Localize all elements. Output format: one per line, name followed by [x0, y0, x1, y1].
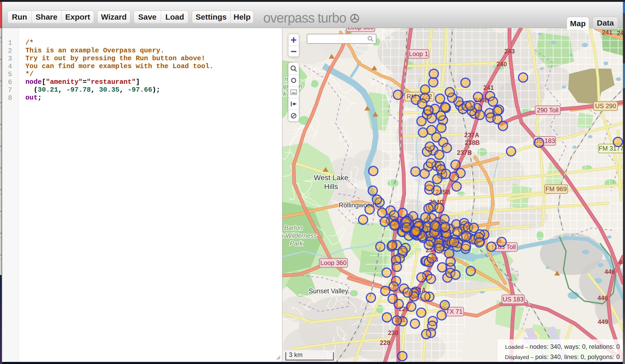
- svg-text:Sunset Valley: Sunset Valley: [309, 287, 348, 295]
- svg-text:TX 71: TX 71: [446, 308, 463, 315]
- svg-text:ek Wilderness: ek Wilderness: [282, 232, 317, 239]
- svg-text:Park: Park: [290, 240, 303, 247]
- svg-text:446: 446: [605, 268, 615, 275]
- svg-text:US 183: US 183: [503, 296, 524, 303]
- svg-text:449: 449: [598, 318, 608, 325]
- svg-text:238B: 238B: [465, 139, 480, 146]
- svg-text:Loop 360: Loop 360: [320, 259, 347, 266]
- svg-text:Hills: Hills: [324, 183, 338, 191]
- svg-text:Loop 1: Loop 1: [409, 50, 428, 57]
- svg-text:West Lake: West Lake: [314, 174, 348, 182]
- svg-text:290 Toll: 290 Toll: [537, 107, 558, 114]
- svg-text:241: 241: [617, 29, 623, 36]
- svg-text:237B: 237B: [457, 149, 472, 156]
- svg-text:Barton: Barton: [284, 224, 303, 231]
- svg-text:Loop 360: Loop 360: [348, 28, 374, 31]
- svg-text:240: 240: [496, 60, 507, 68]
- svg-text:241: 241: [483, 84, 494, 91]
- svg-text:228: 228: [380, 339, 390, 346]
- svg-text:k: k: [283, 90, 287, 97]
- svg-text:241: 241: [602, 29, 612, 36]
- svg-text:230: 230: [388, 329, 398, 336]
- svg-text:446: 446: [597, 294, 608, 301]
- svg-text:FM 969: FM 969: [545, 185, 567, 192]
- svg-text:237A: 237A: [464, 131, 479, 139]
- svg-text:US 290: US 290: [595, 102, 616, 109]
- svg-text:44: 44: [619, 259, 623, 266]
- svg-text:243: 243: [504, 48, 515, 55]
